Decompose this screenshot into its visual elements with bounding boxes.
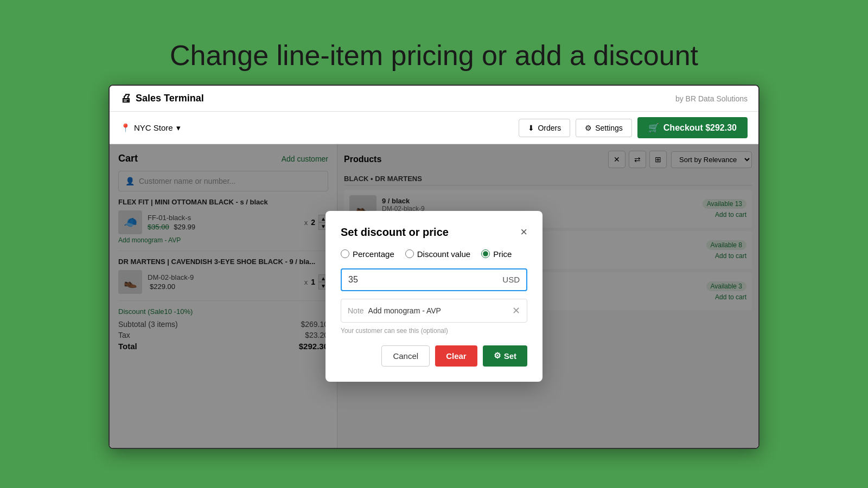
- location-icon: 📍: [120, 123, 131, 133]
- note-hint: Your customer can see this (optional): [341, 327, 527, 335]
- cancel-button[interactable]: Cancel: [381, 345, 430, 367]
- checkout-label: Checkout $292.30: [663, 123, 737, 133]
- orders-label: Orders: [538, 124, 561, 132]
- note-input[interactable]: [368, 306, 512, 315]
- orders-icon: ⬇: [528, 124, 534, 132]
- price-currency: USD: [502, 275, 520, 284]
- radio-price-label: Price: [493, 249, 512, 259]
- radio-price-input[interactable]: [481, 249, 490, 258]
- app-byline: by BR Data Solutions: [675, 94, 748, 103]
- radio-price[interactable]: Price: [481, 249, 512, 259]
- settings-label: Settings: [595, 124, 623, 132]
- radio-percentage-label: Percentage: [353, 249, 394, 259]
- note-input-wrap: Note ✕: [341, 299, 527, 323]
- radio-group: Percentage Discount value Price: [341, 249, 527, 259]
- set-button[interactable]: ⚙ Set: [483, 345, 527, 367]
- app-logo: 🖨 Sales Terminal: [120, 92, 204, 105]
- modal-title: Set discount or price: [341, 226, 449, 239]
- note-label: Note: [348, 306, 364, 315]
- app-header: 🖨 Sales Terminal by BR Data Solutions: [110, 86, 758, 112]
- modal-actions: Cancel Clear ⚙ Set: [341, 345, 527, 367]
- app-logo-icon: 🖨: [120, 92, 131, 105]
- checkout-button[interactable]: 🛒 Checkout $292.30: [637, 117, 748, 138]
- radio-discount-value-input[interactable]: [405, 249, 414, 258]
- toolbar: 📍 NYC Store ▾ ⬇ Orders ⚙ Settings 🛒 Chec…: [110, 112, 758, 144]
- app-name: Sales Terminal: [136, 93, 204, 104]
- price-input[interactable]: [348, 275, 502, 285]
- modal-header: Set discount or price ×: [341, 226, 527, 239]
- note-clear-button[interactable]: ✕: [512, 305, 520, 317]
- modal-close-button[interactable]: ×: [520, 226, 527, 238]
- price-input-wrap: USD: [341, 268, 527, 291]
- page-title: Change line-item pricing or add a discou…: [170, 39, 698, 72]
- main-content: Cart Add customer 👤 Customer name or num…: [110, 144, 758, 448]
- store-selector[interactable]: 📍 NYC Store ▾: [120, 123, 181, 133]
- set-label: Set: [504, 351, 516, 361]
- toolbar-right: ⬇ Orders ⚙ Settings 🛒 Checkout $292.30: [519, 117, 748, 138]
- radio-discount-value-label: Discount value: [417, 249, 470, 259]
- radio-discount-value[interactable]: Discount value: [405, 249, 470, 259]
- chevron-down-icon: ▾: [176, 123, 181, 133]
- modal-overlay: Set discount or price × Percentage Disco…: [110, 144, 758, 448]
- store-name: NYC Store: [134, 123, 173, 132]
- cart-icon: 🛒: [648, 123, 659, 133]
- discount-price-modal: Set discount or price × Percentage Disco…: [326, 211, 542, 382]
- clear-button[interactable]: Clear: [435, 345, 477, 367]
- radio-percentage[interactable]: Percentage: [341, 249, 394, 259]
- settings-button[interactable]: ⚙ Settings: [576, 119, 632, 137]
- browser-window: 🖨 Sales Terminal by BR Data Solutions 📍 …: [108, 85, 760, 449]
- radio-percentage-input[interactable]: [341, 249, 349, 258]
- gear-icon: ⚙: [585, 124, 592, 132]
- orders-button[interactable]: ⬇ Orders: [519, 119, 570, 137]
- set-icon: ⚙: [494, 351, 501, 361]
